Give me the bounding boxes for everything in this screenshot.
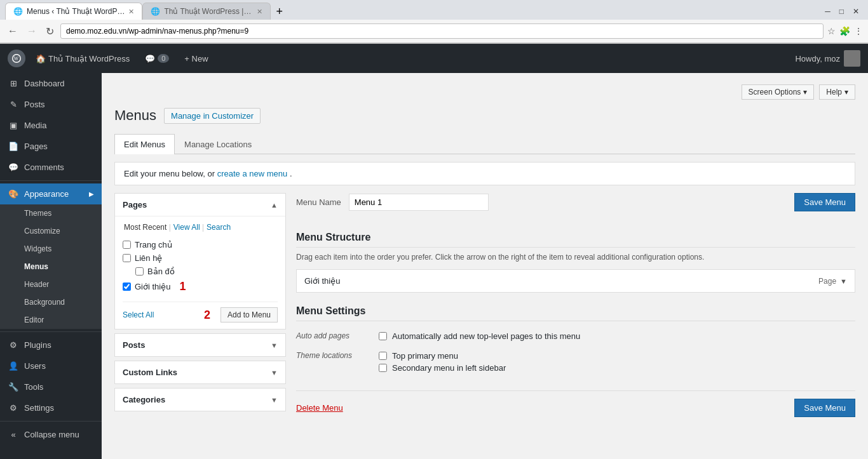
sidebar-subitem-header[interactable]: Header bbox=[0, 276, 102, 293]
sidebar-subitem-themes[interactable]: Themes bbox=[0, 204, 102, 222]
wp-logo: W bbox=[8, 50, 25, 67]
sidebar-subitem-editor[interactable]: Editor bbox=[0, 311, 102, 329]
sidebar-subitem-customize[interactable]: Customize bbox=[0, 222, 102, 240]
collapse-label: Collapse menu bbox=[24, 430, 79, 439]
admin-bar-comments[interactable]: 💬 0 bbox=[140, 54, 174, 63]
secondary-sidebar-checkbox[interactable] bbox=[379, 364, 387, 372]
comments-count: 0 bbox=[158, 54, 169, 63]
tab-edit-menus[interactable]: Edit Menus bbox=[114, 134, 175, 154]
new-label: + New bbox=[184, 54, 208, 63]
posts-icon: ✎ bbox=[8, 100, 19, 109]
subtab-view-all[interactable]: View All bbox=[172, 223, 205, 232]
address-bar[interactable] bbox=[60, 23, 824, 39]
sidebar-subitem-menus[interactable]: Menus bbox=[0, 258, 102, 276]
background-label: Background bbox=[24, 298, 65, 307]
tab-close-btn[interactable]: ✕ bbox=[128, 8, 134, 16]
sidebar-subitem-background[interactable]: Background bbox=[0, 293, 102, 311]
list-item: Giới thiệu 1 bbox=[123, 278, 278, 295]
custom-links-accordion-header[interactable]: Custom Links ▼ bbox=[115, 361, 285, 383]
subtab-search-label: Search bbox=[207, 223, 231, 232]
auto-add-checkbox[interactable] bbox=[379, 332, 387, 340]
theme-locations-value: Top primary menu Secondary menu in left … bbox=[379, 346, 855, 378]
settings-icon: ⚙ bbox=[8, 404, 19, 413]
secondary-sidebar-label: Secondary menu in left sidebar bbox=[392, 363, 506, 373]
admin-bar-new[interactable]: + New bbox=[179, 54, 213, 63]
menu-name-input[interactable] bbox=[349, 194, 489, 211]
create-new-menu-link[interactable]: create a new menu bbox=[217, 169, 290, 178]
menu-item-expand-btn[interactable]: ▼ bbox=[840, 277, 847, 285]
subtab-search[interactable]: Search bbox=[205, 223, 232, 232]
close-btn[interactable]: ✕ bbox=[849, 6, 863, 17]
trang-chu-checkbox[interactable] bbox=[123, 241, 131, 249]
lien-he-label[interactable]: Liên hệ bbox=[135, 253, 162, 263]
gioi-thieu-checkbox[interactable] bbox=[123, 283, 131, 291]
tab-manage-locations[interactable]: Manage Locations bbox=[175, 134, 261, 154]
sidebar-item-posts[interactable]: ✎ Posts bbox=[0, 94, 102, 115]
screen-options-btn[interactable]: Screen Options ▾ bbox=[742, 84, 815, 100]
ban-do-checkbox[interactable] bbox=[135, 267, 144, 276]
posts-accordion-title: Posts bbox=[123, 340, 145, 350]
back-btn[interactable]: ← bbox=[5, 24, 20, 38]
browser-tab-inactive[interactable]: 🌐 Thủ Thuật WordPress | Ju… ✕ bbox=[142, 3, 271, 20]
auto-add-checkbox-row: Automatically add new top-level pages to… bbox=[379, 330, 855, 342]
sidebar-item-settings[interactable]: ⚙ Settings bbox=[0, 397, 102, 418]
media-icon: ▣ bbox=[8, 121, 19, 130]
lien-he-checkbox[interactable] bbox=[123, 254, 131, 262]
wp-content: Screen Options ▾ Help ▾ Menus Manage in … bbox=[102, 73, 868, 459]
browser-tab-active[interactable]: 🌐 Menus ‹ Thủ Thuật WordP… ✕ bbox=[5, 3, 142, 20]
top-primary-row: Top primary menu bbox=[379, 350, 855, 362]
appearance-submenu: Themes Customize Widgets Menus Header Ba… bbox=[0, 204, 102, 329]
new-tab-btn[interactable]: + bbox=[271, 4, 290, 20]
admin-bar-site[interactable]: 🏠 Thủ Thuật WordPress bbox=[31, 54, 135, 63]
sidebar-item-comments[interactable]: 💬 Comments bbox=[0, 157, 102, 178]
minimize-btn[interactable]: ─ bbox=[821, 6, 834, 17]
bookmark-btn[interactable]: ☆ bbox=[827, 26, 836, 36]
sidebar-item-users[interactable]: 👤 Users bbox=[0, 356, 102, 376]
pages-subtabs: Most Recent View All Search bbox=[123, 223, 278, 232]
save-menu-top-label: Save Menu bbox=[804, 197, 846, 207]
add-to-menu-btn[interactable]: Add to Menu bbox=[220, 307, 278, 323]
sidebar-collapse[interactable]: « Collapse menu bbox=[0, 424, 102, 445]
pages-chevron-up: ▲ bbox=[271, 201, 278, 209]
save-menu-btn-bottom[interactable]: Save Menu bbox=[794, 399, 855, 417]
help-btn[interactable]: Help ▾ bbox=[819, 84, 855, 100]
sidebar-subitem-widgets[interactable]: Widgets bbox=[0, 240, 102, 258]
refresh-btn[interactable]: ↻ bbox=[43, 24, 57, 39]
categories-accordion-header[interactable]: Categories ▼ bbox=[115, 389, 285, 411]
select-all-link[interactable]: Select All bbox=[123, 310, 154, 319]
pages-accordion-header[interactable]: Pages ▲ bbox=[115, 194, 285, 216]
trang-chu-label[interactable]: Trang chủ bbox=[135, 240, 172, 249]
themes-label: Themes bbox=[24, 209, 51, 218]
list-item: Bản đồ bbox=[123, 265, 278, 278]
extensions-btn[interactable]: 🧩 bbox=[839, 26, 850, 36]
ban-do-label[interactable]: Bản đồ bbox=[147, 267, 175, 276]
menus-label: Menus bbox=[24, 262, 48, 271]
maximize-btn[interactable]: □ bbox=[836, 6, 848, 17]
sidebar-item-appearance[interactable]: 🎨 Appearance ▶ bbox=[0, 183, 102, 204]
admin-bar-howdy[interactable]: Howdy, moz bbox=[795, 50, 860, 67]
menu-btn[interactable]: ⋮ bbox=[854, 26, 863, 36]
sidebar-item-media[interactable]: ▣ Media bbox=[0, 115, 102, 136]
menu-item-inner: Giới thiệu Page ▼ bbox=[297, 270, 855, 292]
sidebar-item-tools[interactable]: 🔧 Tools bbox=[0, 376, 102, 397]
secondary-sidebar-row: Secondary menu in left sidebar bbox=[379, 362, 855, 374]
sidebar-item-pages[interactable]: 📄 Pages bbox=[0, 136, 102, 157]
forward-btn[interactable]: → bbox=[24, 24, 39, 38]
manage-customizer-btn[interactable]: Manage in Customizer bbox=[164, 108, 261, 124]
sidebar-item-plugins[interactable]: ⚙ Plugins bbox=[0, 335, 102, 356]
auto-add-desc: Automatically add new top-level pages to… bbox=[392, 331, 580, 341]
top-primary-checkbox[interactable] bbox=[379, 352, 387, 360]
posts-accordion-header[interactable]: Posts ▼ bbox=[115, 334, 285, 356]
gioi-thieu-label[interactable]: Giới thiệu bbox=[135, 282, 170, 291]
menu-structure: Menu Structure Drag each item into the o… bbox=[296, 232, 855, 293]
browser-chrome: 🌐 Menus ‹ Thủ Thuật WordP… ✕ 🌐 Thủ Thuật… bbox=[0, 0, 868, 44]
tab-close-btn-2[interactable]: ✕ bbox=[257, 8, 262, 16]
menus-bottom: Delete Menu Save Menu bbox=[296, 390, 855, 417]
subtab-view-all-label: View All bbox=[173, 223, 200, 232]
help-label: Help bbox=[826, 88, 842, 96]
subtab-most-recent[interactable]: Most Recent bbox=[123, 223, 172, 232]
save-menu-btn-top[interactable]: Save Menu bbox=[794, 193, 855, 211]
delete-menu-link[interactable]: Delete Menu bbox=[296, 403, 343, 413]
sidebar-item-dashboard[interactable]: ⊞ Dashboard bbox=[0, 73, 102, 94]
plugins-icon: ⚙ bbox=[8, 341, 19, 350]
